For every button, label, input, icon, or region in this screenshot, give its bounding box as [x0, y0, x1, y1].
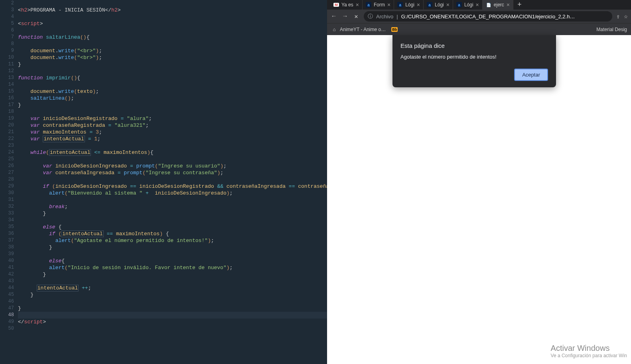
line-number: 36	[0, 230, 18, 237]
code-line[interactable]: <script>	[18, 20, 327, 27]
code-line[interactable]: </script>	[18, 319, 327, 325]
code-line[interactable]	[18, 27, 327, 34]
browser-tab[interactable]: aLógi×	[453, 0, 483, 10]
line-number: 44	[0, 285, 18, 291]
line-number: 30	[0, 190, 18, 197]
code-line[interactable]: }	[18, 61, 327, 68]
code-line[interactable]: var inicioDeSesionRegistrado = "alura";	[18, 115, 327, 122]
bookmark-item[interactable]: Bb	[391, 27, 398, 32]
code-editor-pane: 2345678910111213141516171819202122232425…	[0, 0, 327, 364]
bookmark-label: Material Desig	[596, 27, 627, 32]
close-icon[interactable]: ×	[476, 2, 479, 8]
code-line[interactable]: else {	[18, 224, 327, 230]
code-line[interactable]: if (intentoActual == maximoIntentos) {	[18, 230, 327, 237]
code-line[interactable]: }	[18, 102, 327, 108]
close-icon[interactable]: ×	[507, 2, 510, 8]
line-number: 40	[0, 258, 18, 264]
code-line[interactable]: saltarLinea();	[18, 95, 327, 102]
line-number: 20	[0, 122, 18, 129]
file-icon: 📄	[486, 2, 491, 8]
close-icon[interactable]: ×	[417, 2, 420, 8]
code-line[interactable]: }	[18, 271, 327, 278]
code-line[interactable]: while(intentoActual <= maximoIntentos){	[18, 149, 327, 156]
watermark-sub: Ve a Configuración para activar Win	[551, 353, 627, 358]
code-line[interactable]: break;	[18, 203, 327, 210]
browser-tab[interactable]: MYa es×	[330, 0, 363, 10]
watermark-title: Activar Windows	[551, 344, 627, 353]
line-number: 5	[0, 20, 18, 27]
line-number: 25	[0, 156, 18, 163]
code-line[interactable]	[18, 278, 327, 285]
code-line[interactable]: if (inicioDeSesionIngresado == inicioDeS…	[18, 183, 327, 190]
accept-button[interactable]: Aceptar	[514, 69, 548, 81]
alura-icon: a	[427, 2, 432, 8]
url-bar[interactable]: ⓘ Archivo | G:/CURSO_ONENEXT/LOGICA_DE_P…	[364, 11, 612, 22]
tab-label: Form	[374, 2, 385, 8]
code-line[interactable]	[18, 197, 327, 203]
line-number: 10	[0, 54, 18, 61]
browser-tab[interactable]: aLógi×	[424, 0, 453, 10]
code-line[interactable]: function saltarLinea(){	[18, 34, 327, 41]
code-line[interactable]: alert("Inicio de sesión inválido. Favor …	[18, 264, 327, 271]
alura-icon: a	[397, 2, 403, 8]
browser-tab[interactable]: aForm×	[363, 0, 394, 10]
dialog-title: Esta página dice	[400, 42, 548, 49]
close-page-icon[interactable]: ✕	[353, 13, 360, 20]
code-area[interactable]: <h2>PROGRAMA - INICIA SESIÒN</h2> <scrip…	[18, 0, 327, 364]
code-line[interactable]	[18, 0, 327, 7]
code-line[interactable]: document.write("<br>");	[18, 47, 327, 54]
code-line[interactable]: }	[18, 305, 327, 312]
code-line[interactable]: }	[18, 210, 327, 217]
code-line[interactable]	[18, 68, 327, 75]
code-line[interactable]	[18, 298, 327, 305]
code-line[interactable]	[18, 108, 327, 115]
star-icon[interactable]: ☆	[624, 12, 628, 20]
bb-icon: Bb	[391, 27, 398, 32]
code-line[interactable]: var intentoActual = 1;	[18, 136, 327, 142]
code-line[interactable]	[18, 312, 327, 319]
share-icon[interactable]: ⇪	[616, 13, 620, 20]
code-line[interactable]: function imprimir(){	[18, 75, 327, 81]
browser-tab[interactable]: 📄ejerc×	[483, 0, 513, 10]
code-line[interactable]: var contraseñaIngresada = prompt("Ingres…	[18, 169, 327, 176]
code-line[interactable]: alert("Agotaste el número permitido de i…	[18, 237, 327, 244]
code-line[interactable]: }	[18, 244, 327, 251]
tab-label: ejerc	[494, 2, 504, 8]
code-line[interactable]	[18, 176, 327, 183]
code-line[interactable]: var maximoIntentos = 3;	[18, 129, 327, 136]
close-icon[interactable]: ×	[387, 2, 390, 8]
code-line[interactable]	[18, 156, 327, 163]
browser-tab[interactable]: aLógi×	[394, 0, 424, 10]
code-line[interactable]	[18, 142, 327, 149]
code-line[interactable]: document.write(texto);	[18, 88, 327, 95]
tab-label: Lógi	[464, 2, 473, 8]
code-line[interactable]: }	[18, 291, 327, 298]
tab-label: Ya es	[341, 2, 353, 8]
code-line[interactable]: intentoActual ++;	[18, 285, 327, 291]
bookmark-item-right[interactable]: Material Desig	[596, 27, 627, 32]
line-number-gutter: 2345678910111213141516171819202122232425…	[0, 0, 18, 364]
code-line[interactable]	[18, 251, 327, 258]
bookmark-item[interactable]: ⌂ AnimeYT - Anime o…	[331, 26, 386, 33]
code-line[interactable]: document.write("<br>");	[18, 54, 327, 61]
code-line[interactable]	[18, 217, 327, 224]
code-line[interactable]: alert("Bienvenido al sistema " + inicioD…	[18, 190, 327, 197]
close-icon[interactable]: ×	[356, 2, 359, 8]
line-number: 41	[0, 264, 18, 271]
code-line[interactable]	[18, 14, 327, 20]
code-line[interactable]	[18, 41, 327, 47]
line-number: 26	[0, 163, 18, 169]
code-line[interactable]	[18, 81, 327, 88]
forward-icon[interactable]: →	[341, 13, 349, 20]
code-line[interactable]	[18, 325, 327, 332]
bookmark-label: AnimeYT - Anime o…	[340, 27, 386, 32]
code-line[interactable]: var contraseñaRegistrada = "alura321";	[18, 122, 327, 129]
close-icon[interactable]: ×	[446, 2, 450, 8]
alura-icon: a	[456, 2, 462, 8]
code-line[interactable]: else{	[18, 258, 327, 264]
back-icon[interactable]: ←	[330, 13, 337, 20]
code-line[interactable]: var inicioDeSesionIngresado = prompt("In…	[18, 163, 327, 169]
new-tab-button[interactable]: +	[513, 1, 526, 9]
code-line[interactable]: <h2>PROGRAMA - INICIA SESIÒN</h2>	[18, 7, 327, 14]
line-number: 48	[0, 312, 18, 319]
